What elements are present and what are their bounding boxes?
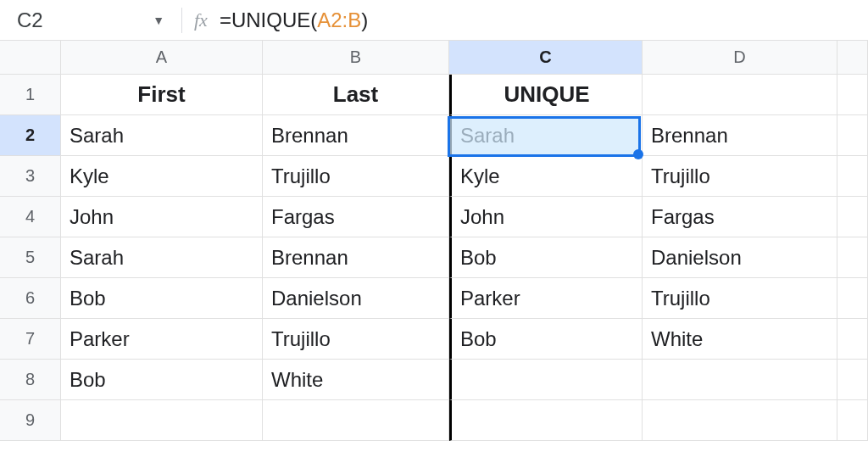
formula-suffix: ) [361, 8, 368, 31]
cell[interactable] [837, 197, 868, 237]
cell[interactable]: Kyle [61, 156, 263, 197]
cell[interactable]: Brennan [643, 115, 837, 156]
divider [181, 8, 182, 33]
cell[interactable]: Trujillo [643, 156, 837, 197]
col-header-A[interactable]: A [61, 41, 263, 75]
table-row: 7ParkerTrujilloBobWhite [0, 319, 868, 360]
cell[interactable]: Sarah [449, 115, 643, 156]
col-header-E[interactable] [837, 41, 868, 75]
row-header[interactable]: 7 [0, 319, 61, 360]
cell[interactable]: White [263, 360, 449, 400]
table-row: 6BobDanielsonParkerTrujillo [0, 278, 868, 319]
row-header[interactable]: 6 [0, 278, 61, 319]
cell[interactable] [837, 115, 868, 156]
row-header[interactable]: 5 [0, 237, 61, 278]
select-all-corner[interactable] [0, 41, 61, 75]
cell[interactable] [837, 237, 868, 278]
cell[interactable] [643, 75, 837, 115]
cell[interactable]: Bob [61, 360, 263, 400]
chevron-down-icon[interactable]: ▼ [153, 14, 164, 27]
cell[interactable]: Fargas [643, 197, 837, 237]
cell[interactable] [263, 400, 449, 441]
cell[interactable]: Sarah [61, 237, 263, 278]
row-header[interactable]: 8 [0, 360, 61, 400]
formula-input[interactable]: =UNIQUE(A2:B) [220, 8, 368, 32]
cell[interactable]: Bob [449, 319, 643, 360]
cell[interactable]: Fargas [263, 197, 449, 237]
name-box[interactable]: C2 ▼ [8, 0, 170, 41]
fx-icon[interactable]: fx [194, 9, 208, 31]
cell[interactable]: Trujillo [263, 319, 449, 360]
cell[interactable]: John [61, 197, 263, 237]
cell[interactable]: Parker [61, 319, 263, 360]
cell[interactable]: John [449, 197, 643, 237]
col-header-C[interactable]: C [449, 41, 643, 75]
col-header-B[interactable]: B [263, 41, 449, 75]
column-headers: A B C D [0, 41, 868, 75]
table-row: 9 [0, 400, 868, 441]
row-header[interactable]: 3 [0, 156, 61, 197]
cell[interactable]: Trujillo [643, 278, 837, 319]
col-header-D[interactable]: D [643, 41, 837, 75]
formula-prefix: =UNIQUE( [220, 8, 317, 31]
cell[interactable]: UNIQUE [449, 75, 643, 115]
cell[interactable]: Bob [61, 278, 263, 319]
cell[interactable] [61, 400, 263, 441]
cell[interactable] [449, 400, 643, 441]
table-row: 4JohnFargasJohnFargas [0, 197, 868, 237]
cell[interactable]: Brennan [263, 115, 449, 156]
table-row: 1FirstLastUNIQUE [0, 75, 868, 115]
cell[interactable]: Bob [449, 237, 643, 278]
cell[interactable] [643, 360, 837, 400]
table-row: 8BobWhite [0, 360, 868, 400]
cell[interactable] [837, 319, 868, 360]
rows: 1FirstLastUNIQUE2SarahBrennanSarahBrenna… [0, 75, 868, 441]
row-header[interactable]: 9 [0, 400, 61, 441]
active-cell-ref: C2 [17, 8, 43, 32]
spreadsheet-grid[interactable]: A B C D 1FirstLastUNIQUE2SarahBrennanSar… [0, 41, 868, 441]
cell[interactable] [449, 360, 643, 400]
cell[interactable]: Parker [449, 278, 643, 319]
cell[interactable] [643, 400, 837, 441]
cell[interactable]: Brennan [263, 237, 449, 278]
row-header[interactable]: 1 [0, 75, 61, 115]
table-row: 5SarahBrennanBobDanielson [0, 237, 868, 278]
cell[interactable]: White [643, 319, 837, 360]
row-header[interactable]: 2 [0, 115, 61, 156]
cell[interactable]: Trujillo [263, 156, 449, 197]
cell[interactable]: Sarah [61, 115, 263, 156]
formula-range: A2:B [317, 8, 361, 31]
cell[interactable]: Kyle [449, 156, 643, 197]
cell[interactable] [837, 278, 868, 319]
cell[interactable] [837, 400, 868, 441]
cell[interactable]: First [61, 75, 263, 115]
cell[interactable]: Last [263, 75, 449, 115]
cell[interactable]: Danielson [643, 237, 837, 278]
cell[interactable] [837, 75, 868, 115]
row-header[interactable]: 4 [0, 197, 61, 237]
cell[interactable]: Danielson [263, 278, 449, 319]
table-row: 3KyleTrujilloKyleTrujillo [0, 156, 868, 197]
table-row: 2SarahBrennanSarahBrennan [0, 115, 868, 156]
cell[interactable] [837, 156, 868, 197]
formula-bar: C2 ▼ fx =UNIQUE(A2:B) [0, 0, 868, 41]
cell[interactable] [837, 360, 868, 400]
